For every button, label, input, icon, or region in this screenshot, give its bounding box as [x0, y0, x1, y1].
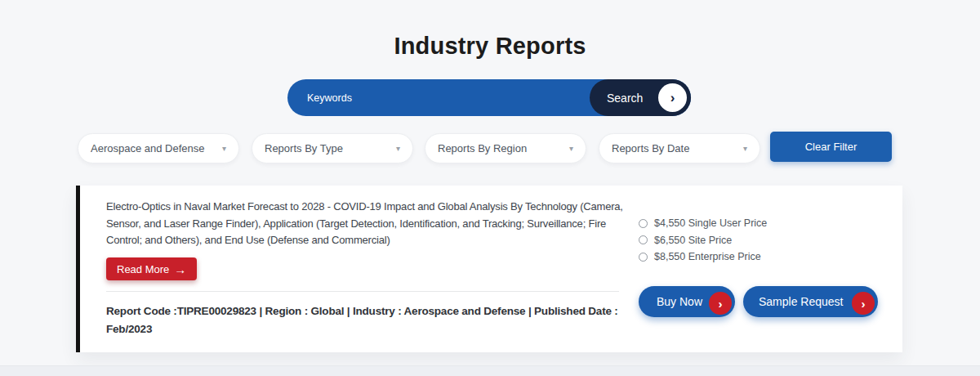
sample-request-label: Sample Request [759, 295, 844, 308]
arrow-right-icon: → [174, 263, 186, 275]
report-title: Electro-Optics in Naval Market Forecast … [106, 199, 635, 249]
search-bar: Search › [287, 79, 691, 116]
card-divider [106, 291, 619, 292]
dropdown-report-region[interactable]: Reports By Region ▾ [425, 133, 586, 163]
chevron-down-icon: ▾ [569, 145, 573, 153]
radio-icon [639, 253, 648, 262]
dropdown-report-date[interactable]: Reports By Date ▾ [599, 133, 760, 163]
search-button[interactable]: Search › [590, 79, 691, 116]
dropdown-report-date-value: Reports By Date [612, 142, 689, 154]
chevron-right-icon: › [850, 290, 876, 316]
chevron-right-icon: › [658, 83, 687, 112]
dropdown-report-type[interactable]: Reports By Type ▾ [252, 133, 413, 163]
sample-request-button[interactable]: Sample Request › [743, 286, 878, 317]
price-option-single-user[interactable]: $4,550 Single User Price [639, 217, 767, 229]
read-more-button[interactable]: Read More → [106, 257, 197, 280]
dropdown-industry[interactable]: Aerospace and Defense ▾ [78, 133, 239, 163]
dropdown-report-type-value: Reports By Type [265, 142, 343, 154]
price-label: $8,550 Enterprise Price [654, 251, 761, 262]
search-button-label: Search [607, 92, 643, 105]
price-label: $4,550 Single User Price [654, 217, 767, 229]
price-option-enterprise[interactable]: $8,550 Enterprise Price [639, 251, 767, 262]
price-option-site[interactable]: $6,550 Site Price [639, 235, 767, 246]
chevron-down-icon: ▾ [396, 145, 400, 153]
chevron-right-icon: › [707, 290, 733, 316]
report-meta: Report Code :TIPRE00029823 | Region : Gl… [106, 302, 637, 338]
buy-now-button[interactable]: Buy Now › [639, 286, 735, 317]
search-input[interactable] [287, 79, 590, 116]
price-label: $6,550 Site Price [654, 235, 732, 246]
chevron-down-icon: ▾ [743, 145, 747, 153]
read-more-label: Read More [117, 263, 169, 275]
report-card: Electro-Optics in Naval Market Forecast … [76, 186, 902, 352]
industry-reports-page: Industry Reports Search › Aerospace and … [0, 0, 980, 376]
price-options: $4,550 Single User Price $6,550 Site Pri… [639, 217, 767, 262]
clear-filter-button[interactable]: Clear Filter [770, 132, 892, 162]
dropdown-report-region-value: Reports By Region [438, 142, 527, 154]
dropdown-industry-value: Aerospace and Defense [91, 142, 204, 154]
chevron-down-icon: ▾ [222, 145, 226, 153]
radio-icon [639, 219, 648, 228]
radio-icon [639, 235, 648, 244]
page-title: Industry Reports [0, 33, 980, 60]
buy-now-label: Buy Now [657, 295, 702, 308]
section-divider-band [0, 365, 980, 376]
